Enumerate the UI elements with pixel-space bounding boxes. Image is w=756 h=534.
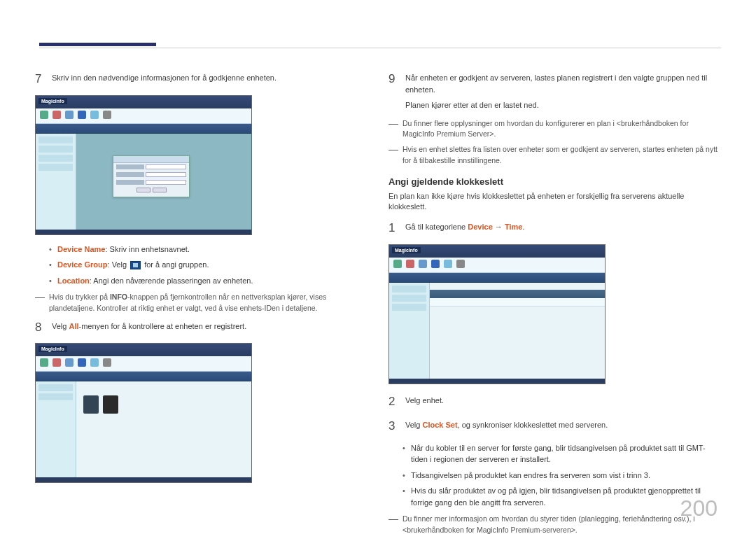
step-text: Velg Clock Set, og synkroniser klokkesle… [405, 417, 721, 435]
group-select-icon [130, 261, 141, 269]
screenshot-time: MagicInfo [388, 244, 606, 384]
clock-set-label: Clock Set [422, 421, 457, 429]
content-columns: 7 Skriv inn den nødvendige informasjonen… [35, 70, 721, 534]
step-number: 7 [35, 70, 45, 88]
right-column: 9 Når enheten er godkjent av serveren, l… [388, 70, 721, 534]
note-text: Hvis du trykker på [49, 293, 110, 301]
bullet-location: Location: Angi den nåværende plasseringe… [49, 275, 368, 287]
dash-marker: ― [388, 118, 398, 141]
screenshot-step7: MagicInfo [35, 95, 252, 235]
bullet-label: Location [57, 276, 90, 285]
device-icons [83, 395, 118, 414]
step-9: 9 Når enheten er godkjent av serveren, l… [388, 70, 721, 111]
screenshot-logo: MagicInfo [392, 247, 421, 253]
note-config-plan: ― Du finner flere opplysninger om hvorda… [388, 118, 721, 141]
note-text: Hvis en enhet slettes fra listen over en… [402, 144, 721, 167]
note-text: Du finner mer informasjon om hvordan du … [402, 514, 721, 534]
subheading-desc: En plan kan ikke kjøre hvis klokkeslette… [388, 191, 721, 213]
screenshot-logo: MagicInfo [38, 98, 67, 104]
bullet-text: : Skriv inn enhetsnavnet. [106, 245, 190, 253]
bullet-text: : Angi den nåværende plasseringen av enh… [90, 276, 253, 285]
step-text: Velg enhet. [405, 393, 721, 411]
bullet-text: for å angi gruppen. [142, 260, 209, 269]
step-1-clock: 1 Gå til kategoriene Device → Time. [388, 219, 721, 237]
note-text: Du finner flere opplysninger om hvordan … [402, 118, 721, 141]
step-text: Velg All-menyen for å kontrollere at enh… [52, 318, 368, 337]
dash-marker: ― [35, 292, 45, 314]
bullet-label: Device Group [57, 260, 108, 269]
screenshot-step8: MagicInfo [35, 343, 252, 483]
step-7: 7 Skriv inn den nødvendige informasjonen… [35, 70, 368, 88]
step-8: 8 Velg All-menyen for å kontrollere at e… [35, 318, 368, 337]
page-number: 200 [680, 496, 718, 521]
bullet-device-group: Device Group: Velg for å angi gruppen. [49, 259, 368, 271]
subheading-clock: Angi gjeldende klokkeslett [388, 176, 721, 187]
bullet-text: : Velg [108, 260, 130, 269]
note-info-button: ― Hvis du trykker på INFO-knappen på fje… [35, 292, 368, 314]
bullet-restore: Hvis du slår produktet av og på igjen, b… [402, 485, 721, 508]
step7-bullets: Device Name: Skriv inn enhetsnavnet. Dev… [49, 244, 368, 287]
bullet-gmt: Når du kobler til en server for første g… [402, 442, 721, 465]
bullet-step3: Tidsangivelsen på produktet kan endres f… [402, 470, 721, 482]
bullet-device-name: Device Name: Skriv inn enhetsnavnet. [49, 244, 368, 255]
step-number: 8 [35, 318, 45, 337]
screenshot-logo: MagicInfo [38, 346, 67, 352]
clock-bullets: Når du kobler til en server for første g… [402, 442, 721, 509]
step-text: Gå til kategoriene Device → Time. [405, 219, 721, 237]
step-3-clock: 3 Velg Clock Set, og synkroniser klokkes… [388, 417, 721, 435]
note-device-delete: ― Hvis en enhet slettes fra listen over … [388, 144, 721, 167]
header-divider [39, 48, 721, 48]
note-time-manage: ― Du finner mer informasjon om hvordan d… [388, 514, 721, 534]
step-number: 2 [388, 393, 398, 411]
dash-marker: ― [388, 514, 398, 534]
step-text: Skriv inn den nødvendige informasjonen f… [52, 70, 368, 88]
step-2-clock: 2 Velg enhet. [388, 393, 721, 411]
time-label: Time [505, 223, 522, 231]
step-text: Når enheten er godkjent av serveren, las… [405, 70, 721, 111]
dash-marker: ― [388, 144, 398, 167]
left-column: 7 Skriv inn den nødvendige informasjonen… [35, 70, 368, 534]
approval-dialog [113, 155, 190, 197]
info-label: INFO [110, 293, 127, 301]
bullet-label: Device Name [57, 245, 106, 253]
all-label: All [69, 322, 78, 330]
device-label: Device [468, 223, 492, 231]
step-number: 1 [388, 219, 398, 237]
step-number: 3 [388, 417, 398, 435]
step-number: 9 [388, 70, 398, 111]
header-accent-bar [39, 43, 156, 46]
